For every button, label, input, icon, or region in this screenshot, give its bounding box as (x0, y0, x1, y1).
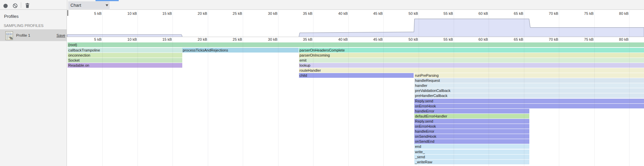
svg-text:%: % (9, 36, 12, 40)
